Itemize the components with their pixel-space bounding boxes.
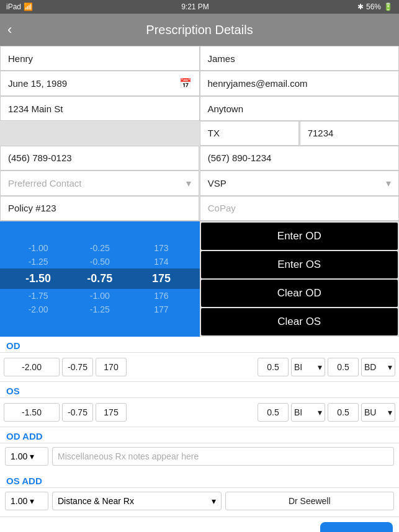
od-row: -2.00 -0.75 170 0.5 BI ▾ 0.5 BD ▾	[0, 352, 399, 382]
battery-label: 56%	[366, 2, 381, 11]
enter-od-button[interactable]: Enter OD	[201, 223, 398, 250]
all-form-fields: TX 71234 (456) 789-0123 (567) 890-1234 P…	[0, 121, 399, 532]
status-time: 9:21 PM	[181, 2, 209, 11]
phone2-field[interactable]: (567) 890-1234	[200, 146, 399, 171]
dob-field[interactable]: June 15, 1989 📅	[0, 71, 200, 96]
od-add-note[interactable]: Miscellaneous Rx notes appear here	[52, 447, 394, 466]
picker-buttons: Enter OD Enter OS Clear OD Clear OS	[200, 221, 400, 337]
os-prism1[interactable]: 0.5	[258, 403, 289, 422]
os-section: OS -1.50 -0.75 175 0.5 BI ▾ 0.5 BU ▾	[0, 382, 399, 427]
od-sphere-cyl-axis[interactable]: -2.00	[4, 358, 60, 376]
enter-os-button[interactable]: Enter OS	[201, 251, 398, 278]
calendar-icon: 📅	[179, 78, 192, 89]
os-base2-select[interactable]: BU ▾	[361, 403, 395, 422]
back-button[interactable]: ‹	[7, 23, 12, 37]
state-field[interactable]: TX	[200, 121, 299, 146]
od-axis[interactable]: 170	[96, 358, 127, 376]
bottom-bar: Next	[0, 516, 399, 533]
os-label: OS	[0, 382, 399, 397]
od-add-label: OD ADD	[0, 427, 399, 443]
status-bar-right: ✱ 56% 🔋	[357, 2, 393, 11]
clear-od-button[interactable]: Clear OD	[201, 280, 398, 307]
os-add-row: 1.00 ▾ Distance & Near Rx ▾ Dr Seewell	[0, 487, 399, 514]
os-cyl[interactable]: -0.75	[62, 403, 93, 422]
od-section: OD -2.00 -0.75 170 0.5 BI ▾ 0.5 BD ▾	[0, 337, 399, 382]
insurance-field[interactable]: VSP ▾	[200, 171, 399, 196]
od-add-row: 1.00 ▾ Miscellaneous Rx notes appear her…	[0, 443, 399, 469]
patient-form: Henry James June 15, 1989 📅 henryjames@e…	[0, 46, 399, 121]
nav-bar: ‹ Prescription Details	[0, 14, 399, 46]
phone1-field[interactable]: (456) 789-0123	[0, 146, 199, 171]
os-base1-chevron: ▾	[318, 407, 322, 417]
policy-field[interactable]: Policy #123	[0, 196, 199, 221]
address-field[interactable]: 1234 Main St	[0, 96, 200, 121]
od-base1-chevron: ▾	[318, 362, 322, 372]
os-row: -1.50 -0.75 175 0.5 BI ▾ 0.5 BU ▾	[0, 397, 399, 427]
page-title: Prescription Details	[146, 23, 253, 37]
os-add-select[interactable]: 1.00 ▾	[5, 492, 48, 510]
os-add-chevron: ▾	[30, 496, 34, 506]
status-bar-left: iPad 📶	[6, 2, 33, 11]
os-base1-select[interactable]: BI ▾	[291, 403, 325, 422]
email-field[interactable]: henryjames@email.com	[200, 71, 400, 96]
preferred-contact-field[interactable]: Preferred Contact ▾	[0, 171, 199, 196]
state-zip-row: TX 71234	[0, 121, 399, 146]
battery-icon: 🔋	[383, 2, 393, 11]
picker-drum[interactable]: -1.00 -0.25 173 -1.25 -0.50 174 -1.50 -0…	[0, 221, 200, 337]
city-field[interactable]: Anytown	[200, 96, 400, 121]
copay-field[interactable]: CoPay	[200, 196, 399, 221]
wifi-icon: 📶	[24, 2, 33, 11]
os-base2-chevron: ▾	[388, 407, 392, 417]
od-base1-select[interactable]: BI ▾	[291, 358, 325, 376]
policy-copay-row: Policy #123 CoPay	[0, 196, 399, 221]
next-button[interactable]: Next	[320, 522, 393, 533]
preferred-contact-chevron: ▾	[186, 177, 191, 189]
od-prism2[interactable]: 0.5	[328, 358, 359, 376]
clear-os-button[interactable]: Clear OS	[201, 308, 398, 335]
picker-section: -1.00 -0.25 173 -1.25 -0.50 174 -1.50 -0…	[0, 221, 399, 337]
state-zip-inner: TX 71234	[200, 121, 399, 146]
picker-row-4[interactable]: -2.00 -1.25 177	[0, 303, 200, 316]
od-add-select[interactable]: 1.00 ▾	[5, 447, 48, 466]
last-name-field[interactable]: James	[200, 46, 400, 71]
od-base2-chevron: ▾	[388, 362, 392, 372]
rx-type-select[interactable]: Distance & Near Rx ▾	[52, 492, 222, 510]
od-add-chevron: ▾	[30, 451, 34, 461]
picker-row-selected[interactable]: -1.50 -0.75 175	[0, 268, 200, 289]
zip-field[interactable]: 71234	[300, 121, 399, 146]
od-label: OD	[0, 337, 399, 352]
rx-type-chevron: ▾	[212, 496, 216, 506]
od-cyl[interactable]: -0.75	[62, 358, 93, 376]
os-axis[interactable]: 175	[96, 403, 127, 422]
os-prism2[interactable]: 0.5	[328, 403, 359, 422]
os-add-section: OS ADD 1.00 ▾ Distance & Near Rx ▾ Dr Se…	[0, 472, 399, 516]
picker-row-1[interactable]: -1.25 -0.50 174	[0, 255, 200, 268]
phones-row: (456) 789-0123 (567) 890-1234	[0, 146, 399, 171]
picker-row-3[interactable]: -1.75 -1.00 176	[0, 289, 200, 303]
insurance-chevron: ▾	[386, 177, 391, 189]
contact-insurance-row: Preferred Contact ▾ VSP ▾	[0, 171, 399, 196]
first-name-field[interactable]: Henry	[0, 46, 200, 71]
picker-row-0[interactable]: -1.00 -0.25 173	[0, 241, 200, 255]
od-prism1[interactable]: 0.5	[258, 358, 289, 376]
od-add-section: OD ADD 1.00 ▾ Miscellaneous Rx notes app…	[0, 427, 399, 472]
main-content: Henry James June 15, 1989 📅 henryjames@e…	[0, 46, 399, 532]
status-ipad-label: iPad	[6, 2, 21, 11]
status-bar: iPad 📶 9:21 PM ✱ 56% 🔋	[0, 0, 399, 14]
doctor-field[interactable]: Dr Seewell	[225, 492, 395, 510]
os-add-label: OS ADD	[0, 472, 399, 487]
od-base2-select[interactable]: BD ▾	[361, 358, 395, 376]
os-sphere[interactable]: -1.50	[4, 403, 60, 422]
bluetooth-icon: ✱	[357, 2, 364, 11]
